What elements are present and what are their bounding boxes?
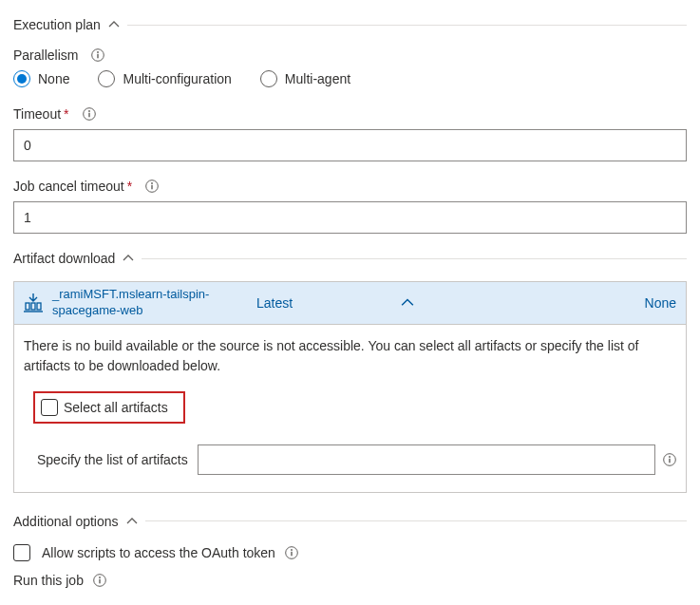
info-icon[interactable] <box>285 546 298 559</box>
artifact-selection-link[interactable]: None <box>645 295 676 311</box>
svg-rect-5 <box>88 113 89 118</box>
required-indicator: * <box>64 106 68 122</box>
radio-multi-configuration[interactable]: Multi-configuration <box>98 70 231 87</box>
parallelism-radio-group: None Multi-configuration Multi-agent <box>13 70 687 87</box>
build-artifact-icon <box>24 293 43 313</box>
svg-rect-10 <box>31 303 35 310</box>
chevron-up-icon <box>123 253 134 264</box>
radio-icon <box>260 70 277 87</box>
svg-point-20 <box>99 577 101 578</box>
specify-artifacts-row: Specify the list of artifacts <box>37 444 676 475</box>
section-title: Additional options <box>13 514 119 529</box>
required-indicator: * <box>127 179 132 194</box>
divider <box>127 25 687 26</box>
artifact-message: There is no build available or the sourc… <box>24 336 676 376</box>
artifact-body: There is no build available or the sourc… <box>14 325 686 492</box>
svg-rect-11 <box>37 303 41 310</box>
info-icon[interactable] <box>145 180 159 193</box>
specify-artifacts-label: Specify the list of artifacts <box>37 452 188 467</box>
job-cancel-timeout-label: Job cancel timeout <box>13 179 124 194</box>
svg-rect-18 <box>291 552 292 557</box>
job-cancel-timeout-label-row: Job cancel timeout * <box>13 179 687 194</box>
artifact-version-link[interactable]: Latest <box>256 295 293 311</box>
svg-rect-2 <box>98 54 99 59</box>
timeout-label: Timeout <box>13 106 61 122</box>
radio-none[interactable]: None <box>13 70 69 87</box>
select-all-artifacts-checkbox[interactable] <box>41 399 58 416</box>
parallelism-label: Parallelism <box>13 47 78 63</box>
select-all-artifacts-highlight: Select all artifacts <box>33 391 185 424</box>
svg-rect-15 <box>669 459 670 463</box>
run-this-job-label: Run this job <box>13 573 84 588</box>
divider <box>142 258 687 259</box>
select-all-artifacts-label: Select all artifacts <box>64 400 168 415</box>
info-icon[interactable] <box>663 453 676 466</box>
svg-rect-21 <box>99 579 100 584</box>
specify-artifacts-input[interactable] <box>198 444 655 475</box>
radio-icon <box>98 70 115 87</box>
svg-point-17 <box>291 549 293 551</box>
svg-rect-8 <box>151 185 152 190</box>
svg-point-7 <box>151 182 153 184</box>
timeout-input[interactable] <box>13 129 687 161</box>
timeout-label-row: Timeout * <box>13 106 687 122</box>
svg-rect-9 <box>26 303 29 310</box>
artifact-name-link[interactable]: _ramiMSFT.mslearn-tailspin-spacegame-web <box>52 287 237 319</box>
radio-icon <box>13 70 30 87</box>
svg-point-14 <box>669 456 671 458</box>
chevron-up-icon <box>108 19 120 30</box>
section-header-artifact-download[interactable]: Artifact download <box>13 251 687 266</box>
info-icon[interactable] <box>83 107 96 121</box>
svg-point-1 <box>98 51 100 53</box>
radio-multi-agent[interactable]: Multi-agent <box>260 70 350 87</box>
radio-label: Multi-configuration <box>123 71 231 86</box>
section-header-execution-plan[interactable]: Execution plan <box>13 17 687 32</box>
section-header-additional-options[interactable]: Additional options <box>13 514 687 529</box>
section-title: Artifact download <box>13 251 115 266</box>
svg-point-4 <box>88 110 90 112</box>
info-icon[interactable] <box>93 574 106 587</box>
oauth-row: Allow scripts to access the OAuth token <box>13 544 687 561</box>
artifact-panel: _ramiMSFT.mslearn-tailspin-spacegame-web… <box>13 281 687 493</box>
allow-oauth-checkbox[interactable] <box>13 544 30 561</box>
artifact-header: _ramiMSFT.mslearn-tailspin-spacegame-web… <box>14 282 686 325</box>
divider <box>145 520 687 521</box>
info-icon[interactable] <box>91 48 104 62</box>
job-cancel-timeout-input[interactable] <box>13 201 687 234</box>
section-title: Execution plan <box>13 17 101 32</box>
chevron-up-icon[interactable] <box>401 296 414 310</box>
run-this-job-row: Run this job <box>13 573 687 588</box>
chevron-up-icon <box>126 516 138 527</box>
parallelism-label-row: Parallelism <box>13 47 687 63</box>
allow-oauth-label: Allow scripts to access the OAuth token <box>42 545 275 560</box>
radio-label: Multi-agent <box>285 71 350 86</box>
radio-label: None <box>38 71 69 86</box>
